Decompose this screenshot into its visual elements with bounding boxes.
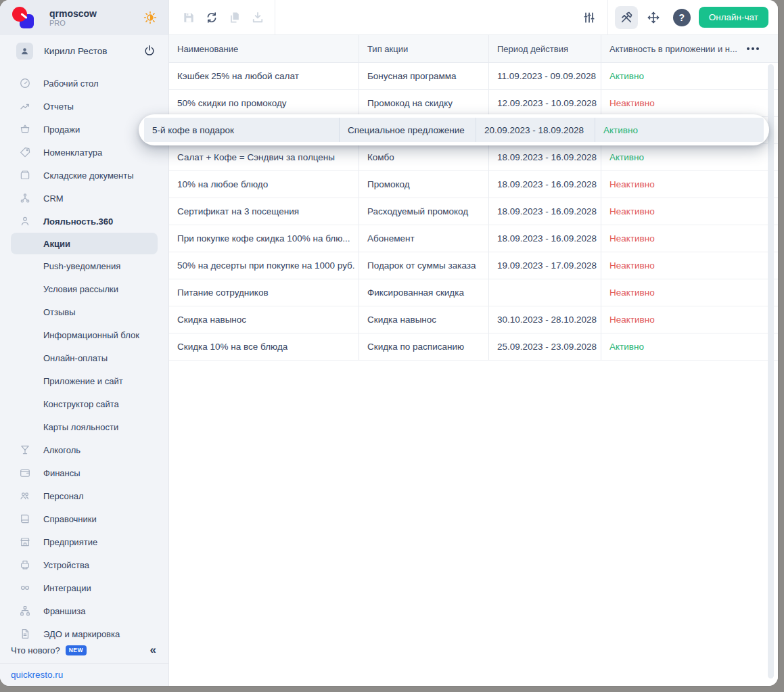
- sidebar-item-warehouse-docs[interactable]: Складские документы: [0, 164, 168, 187]
- cell-type: Фиксированная скидка: [359, 279, 488, 306]
- sidebar-item-alcohol[interactable]: Алкоголь: [0, 438, 168, 461]
- dashboard-icon: [19, 77, 31, 89]
- franchise-icon: [19, 605, 31, 617]
- sidebar-item-enterprise[interactable]: Предприятие: [0, 530, 168, 553]
- sidebar-item-label: Конструктор сайта: [43, 399, 119, 409]
- table-row[interactable]: Салат + Кофе = Сэндвич за полценыКомбо18…: [169, 144, 778, 171]
- sales-icon: [19, 123, 31, 135]
- sidebar-item-info-block[interactable]: Информационный блок: [0, 323, 168, 346]
- cell-period: [488, 279, 601, 306]
- sidebar-item-loyalty-360[interactable]: Лояльность.360: [0, 210, 168, 233]
- cell-name: Питание сотрудников: [169, 279, 359, 306]
- user-name: Кирилл Рестов: [44, 46, 107, 56]
- tools-icon[interactable]: [615, 6, 638, 29]
- sidebar-item-label: Приложение и сайт: [43, 376, 123, 386]
- sidebar: qrmoscow PRO Кирилл Рестов: [0, 0, 169, 686]
- collapse-sidebar-icon[interactable]: «: [150, 643, 156, 657]
- sidebar-item-label: Предприятие: [43, 537, 97, 547]
- sidebar-item-label: Продажи: [43, 124, 80, 135]
- sidebar-item-label: Карты лояльности: [43, 422, 118, 432]
- user-avatar: [16, 43, 33, 60]
- vertical-scrollbar[interactable]: [768, 64, 774, 678]
- sidebar-item-devices[interactable]: Устройства: [0, 553, 168, 576]
- sidebar-item-loyalty-cards[interactable]: Карты лояльности: [0, 415, 168, 438]
- sidebar-item-reports[interactable]: Отчеты: [0, 95, 168, 118]
- logout-power-icon[interactable]: [143, 44, 156, 57]
- cell-type: Скидка навынос: [359, 306, 488, 333]
- whats-new-row[interactable]: Что нового? NEW «: [0, 641, 168, 659]
- alcohol-icon: [19, 444, 31, 456]
- col-header-activity[interactable]: Активность в приложении и н...: [601, 35, 778, 62]
- devices-icon: [19, 559, 31, 571]
- table-row[interactable]: Кэшбек 25% на любой салатБонусная програ…: [169, 63, 778, 90]
- sidebar-item-label: Интеграции: [43, 583, 91, 593]
- sidebar-item-franchise[interactable]: Франшиза: [0, 599, 168, 622]
- sidebar-item-edo-marking[interactable]: ЭДО и маркировка: [0, 622, 168, 641]
- cell-type: Абонемент: [359, 225, 488, 252]
- move-icon[interactable]: [642, 6, 665, 29]
- cell-type: Подарок от суммы заказа: [359, 252, 488, 279]
- cell-period: 30.10.2023 - 28.10.2028: [488, 306, 601, 333]
- sidebar-item-integrations[interactable]: Интеграции: [0, 576, 168, 599]
- col-header-period[interactable]: Период действия: [488, 35, 601, 62]
- table-row[interactable]: 10% на любое блюдоПромокод18.09.2023 - 1…: [169, 171, 778, 198]
- enterprise-icon: [19, 536, 31, 548]
- refresh-button[interactable]: [200, 6, 223, 29]
- table-row[interactable]: Скидка навыносСкидка навынос30.10.2023 -…: [169, 306, 778, 333]
- cell-period: 12.09.2023 - 10.09.2028: [488, 90, 601, 116]
- sidebar-item-push-notifications[interactable]: Push-уведомления: [0, 254, 168, 277]
- dragged-row: 5-й кофе в подарок Специальное предложен…: [144, 118, 764, 142]
- sidebar-item-nomenclature[interactable]: Номенклатура: [0, 141, 168, 164]
- dragged-row-card[interactable]: 5-й кофе в подарок Специальное предложен…: [139, 114, 769, 145]
- cell-period: 18.09.2023 - 16.09.2028: [488, 225, 601, 252]
- table-row[interactable]: Сертификат на 3 посещенияРасходуемый про…: [169, 198, 778, 225]
- online-chat-button[interactable]: Онлайн-чат: [699, 7, 768, 28]
- cell-name: Скидка навынос: [169, 306, 359, 333]
- sidebar-item-label: Отчеты: [43, 101, 74, 112]
- sidebar-item-label: Финансы: [43, 468, 80, 478]
- finance-icon: [19, 467, 31, 479]
- sidebar-item-mailing-terms[interactable]: Условия рассылки: [0, 277, 168, 300]
- sidebar-item-staff[interactable]: Персонал: [0, 484, 168, 507]
- whats-new-label: Что нового?: [11, 645, 60, 655]
- sidebar-item-dashboard[interactable]: Рабочий стол: [0, 72, 168, 95]
- cell-status: Активно: [601, 63, 778, 89]
- table-row[interactable]: 50% скидки по промокодуПромокод на скидк…: [169, 90, 778, 117]
- cell-name: 10% на любое блюдо: [169, 171, 359, 198]
- cell-name: 50% скидки по промокоду: [169, 90, 359, 116]
- cell-status: Неактивно: [601, 198, 778, 225]
- sidebar-item-crm[interactable]: CRM: [0, 187, 168, 210]
- table-row[interactable]: Скидка 10% на все блюдаСкидка по расписа…: [169, 333, 778, 361]
- sidebar-item-label: Push-уведомления: [43, 261, 120, 271]
- table-row[interactable]: При покупке кофе скидка 100% на блю...Аб…: [169, 225, 778, 252]
- cell-period: 19.09.2023 - 17.09.2028: [488, 252, 601, 279]
- column-menu-icon[interactable]: [747, 47, 760, 50]
- theme-toggle-sun-icon[interactable]: [143, 10, 158, 25]
- main-content: ? Онлайн-чат Наименование Тип акции Пери…: [169, 0, 778, 686]
- download-button[interactable]: [246, 6, 269, 29]
- cell-name: Кэшбек 25% на любой салат: [169, 63, 359, 89]
- cell-name: Скидка 10% на все блюда: [169, 333, 359, 360]
- dragged-cell-status: Активно: [595, 118, 764, 142]
- help-icon[interactable]: ?: [673, 9, 691, 26]
- sidebar-item-online-payments[interactable]: Онлайн-оплаты: [0, 346, 168, 369]
- sidebar-item-label: Складские документы: [43, 170, 134, 181]
- table-row[interactable]: 50% на десерты при покупке на 1000 руб.П…: [169, 252, 778, 279]
- sidebar-item-directories[interactable]: Справочники: [0, 507, 168, 530]
- loyalty-icon: [19, 215, 31, 227]
- sidebar-item-label: Условия рассылки: [43, 284, 118, 294]
- sidebar-item-promotions[interactable]: Акции: [11, 233, 158, 254]
- cell-type: Комбо: [359, 144, 488, 170]
- sidebar-item-app-and-site[interactable]: Приложение и сайт: [0, 369, 168, 392]
- cell-status: Неактивно: [601, 171, 778, 198]
- save-button[interactable]: [177, 6, 200, 29]
- sidebar-item-finance[interactable]: Финансы: [0, 461, 168, 484]
- sidebar-item-site-builder[interactable]: Конструктор сайта: [0, 392, 168, 415]
- quickresto-link[interactable]: quickresto.ru: [11, 670, 63, 680]
- col-header-type[interactable]: Тип акции: [359, 35, 488, 62]
- col-header-name[interactable]: Наименование: [169, 35, 359, 62]
- copy-button[interactable]: [223, 6, 246, 29]
- table-row[interactable]: Питание сотрудниковФиксированная скидкаН…: [169, 279, 778, 306]
- column-settings-icon[interactable]: [578, 6, 601, 29]
- sidebar-item-reviews[interactable]: Отзывы: [0, 300, 168, 323]
